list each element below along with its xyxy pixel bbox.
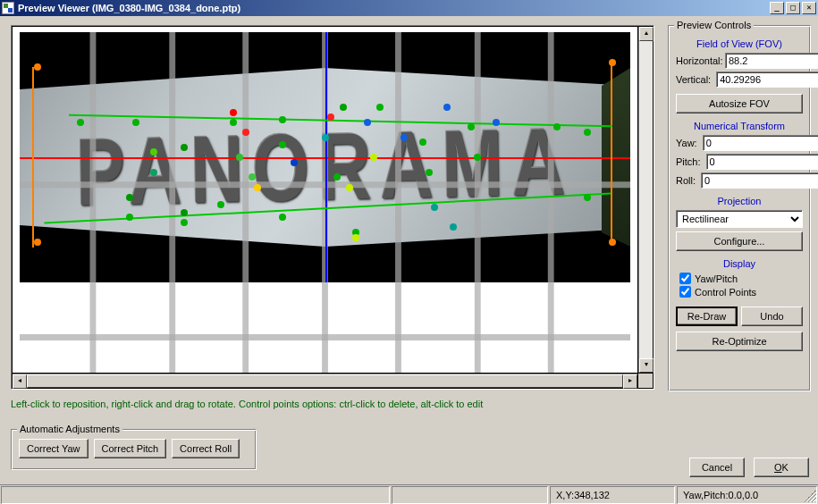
control-point-dot[interactable] <box>426 169 433 176</box>
scroll-down-icon[interactable]: ▾ <box>639 358 654 373</box>
yaw-label: Yaw: <box>676 138 703 148</box>
close-button[interactable]: ✕ <box>802 2 816 14</box>
vertical-input[interactable] <box>716 71 818 88</box>
control-point-dot[interactable] <box>401 134 408 141</box>
reoptimize-button[interactable]: Re-Optimize <box>676 332 803 351</box>
maximize-button[interactable]: □ <box>786 2 800 14</box>
resize-grip-icon[interactable] <box>804 490 816 502</box>
roll-label: Roll: <box>676 175 701 186</box>
control-point-dot[interactable] <box>553 123 561 130</box>
scroll-left-icon[interactable]: ◂ <box>13 374 27 389</box>
yaw-pitch-checkbox[interactable]: Yaw/Pitch <box>679 273 803 284</box>
control-point-dot[interactable] <box>181 219 188 226</box>
preview-controls-title: Preview Controls <box>674 20 754 30</box>
scroll-up-icon[interactable]: ▴ <box>639 27 654 41</box>
control-point-dot[interactable] <box>132 119 139 126</box>
control-point-dot[interactable] <box>327 113 334 121</box>
preview-frame: PANORAMA ▴ ▾ <box>11 25 654 390</box>
correct-roll-button[interactable]: Correct Roll <box>172 439 240 458</box>
hint-text: Left-click to reposition, right-click an… <box>11 399 483 409</box>
auto-adjustments-group: Automatic Adjustments Correct Yaw Correc… <box>11 429 257 470</box>
horizontal-input[interactable] <box>725 53 818 69</box>
control-point-dot[interactable] <box>254 184 261 191</box>
control-point-dot[interactable] <box>352 234 359 241</box>
autosize-fov-button[interactable]: Autosize FOV <box>676 94 803 113</box>
control-point-dot[interactable] <box>181 144 188 151</box>
vertical-label: Vertical: <box>676 74 716 85</box>
control-point-dot[interactable] <box>77 119 84 126</box>
correct-pitch-button[interactable]: Correct Pitch <box>94 439 167 458</box>
fov-guide-right <box>611 63 612 245</box>
control-point-dot[interactable] <box>217 201 224 208</box>
pitch-label: Pitch: <box>676 156 706 167</box>
ok-button[interactable]: OK <box>754 458 809 477</box>
control-point-dot[interactable] <box>450 223 457 231</box>
control-point-dot[interactable] <box>346 184 353 191</box>
preview-vscroll[interactable]: ▴ ▾ <box>638 27 653 373</box>
control-point-dot[interactable] <box>584 129 591 136</box>
roll-input[interactable] <box>701 172 818 189</box>
control-point-dot[interactable] <box>242 129 249 136</box>
status-bar: X,Y: 348,132 Yaw,Pitch: 0.0,0.0 <box>0 484 818 504</box>
control-point-dot[interactable] <box>443 104 451 111</box>
projection-select[interactable]: Rectilinear <box>676 210 803 228</box>
control-points-checkbox[interactable]: Control Points <box>679 286 803 298</box>
control-point-dot[interactable] <box>376 104 384 111</box>
control-point-dot[interactable] <box>468 123 475 130</box>
status-pane-2 <box>392 486 548 504</box>
control-point-dot[interactable] <box>419 139 426 146</box>
display-section-title: Display <box>676 258 803 269</box>
yaw-pitch-label: Yaw/Pitch <box>695 273 738 284</box>
control-point-dot[interactable] <box>493 119 500 126</box>
cancel-button[interactable]: Cancel <box>689 458 745 477</box>
transform-section-title: Numerical Transform <box>676 121 803 131</box>
preview-hscroll[interactable]: ◂ ▸ <box>13 374 637 388</box>
title-bar: Preview Viewer (IMG_0380-IMG_0384_done.p… <box>0 0 818 16</box>
control-point-dot[interactable] <box>150 148 157 155</box>
control-point-dot[interactable] <box>609 59 616 66</box>
vertical-axis <box>325 32 327 282</box>
status-pane-1 <box>1 486 390 504</box>
correct-yaw-button[interactable]: Correct Yaw <box>19 439 89 458</box>
control-point-dot[interactable] <box>249 173 256 181</box>
configure-button[interactable]: Configure... <box>676 231 803 251</box>
control-point-dot[interactable] <box>279 141 286 148</box>
control-point-dot[interactable] <box>291 159 298 166</box>
control-point-dot[interactable] <box>34 63 41 71</box>
redraw-button[interactable]: Re-Draw <box>676 307 738 326</box>
status-yawpitch: Yaw,Pitch: 0.0,0.0 <box>677 486 817 504</box>
control-point-dot[interactable] <box>279 214 286 221</box>
minimize-button[interactable]: _ <box>770 2 784 14</box>
control-point-dot[interactable] <box>236 154 243 161</box>
preview-canvas[interactable]: PANORAMA <box>13 27 637 373</box>
control-point-dot[interactable] <box>370 154 377 161</box>
control-point-dot[interactable] <box>333 173 341 181</box>
control-point-dot[interactable] <box>126 214 133 221</box>
control-point-dot[interactable] <box>126 194 133 201</box>
undo-button[interactable]: Undo <box>741 307 803 326</box>
control-point-dot[interactable] <box>230 109 237 116</box>
control-point-dot[interactable] <box>431 204 438 211</box>
control-point-dot[interactable] <box>279 116 286 123</box>
control-point-dot[interactable] <box>364 119 371 126</box>
control-point-dot[interactable] <box>340 104 347 111</box>
horizontal-label: Horizontal: <box>676 55 725 66</box>
control-point-dot[interactable] <box>181 209 188 216</box>
control-point-dot[interactable] <box>584 194 591 201</box>
preview-controls-group: Preview Controls Field of View (FOV) Hor… <box>668 25 811 391</box>
pitch-input[interactable] <box>706 154 818 170</box>
fov-guide-left <box>32 67 34 248</box>
control-point-dot[interactable] <box>609 239 616 246</box>
control-point-dot[interactable] <box>474 154 481 161</box>
control-point-dot[interactable] <box>230 119 237 126</box>
window-title: Preview Viewer (IMG_0380-IMG_0384_done.p… <box>18 3 768 13</box>
control-point-dot[interactable] <box>34 239 41 246</box>
control-point-dot[interactable] <box>150 169 157 176</box>
status-xy: X,Y: 348,132 <box>550 486 675 504</box>
control-point-dot[interactable] <box>322 134 329 141</box>
auto-adjustments-title: Automatic Adjustments <box>17 424 122 434</box>
projection-section-title: Projection <box>676 196 803 206</box>
app-icon <box>2 2 14 14</box>
yaw-input[interactable] <box>703 135 818 151</box>
scroll-right-icon[interactable]: ▸ <box>623 374 637 389</box>
